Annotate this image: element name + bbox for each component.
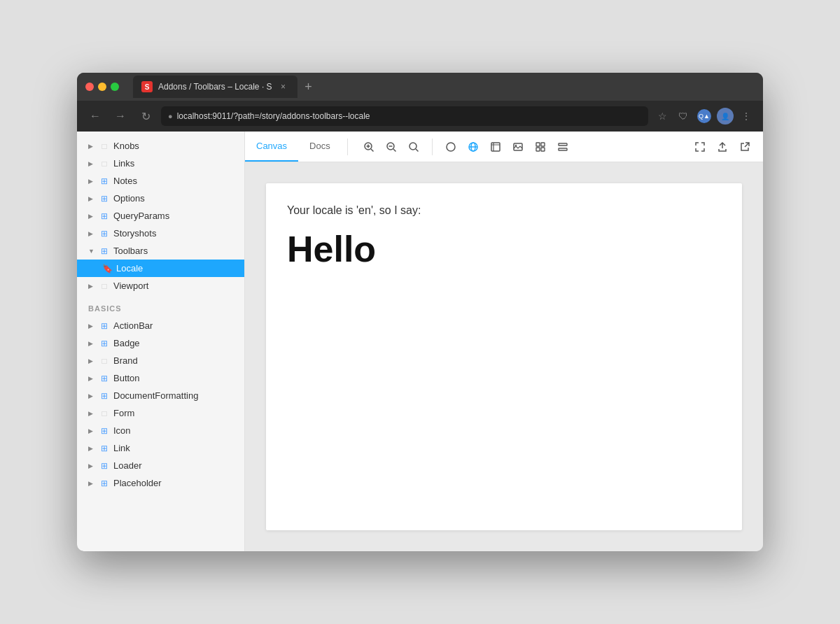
sidebar-item-brand[interactable]: ▶ □ Brand [77, 352, 244, 369]
sidebar-item-placeholder[interactable]: ▶ ⊞ Placeholder [77, 474, 244, 492]
toolbar-divider [347, 139, 348, 155]
frame-button[interactable] [486, 137, 505, 157]
browser-tab[interactable]: S Addons / Toolbars – Locale · S × [133, 76, 298, 98]
sidebar-item-documentformatting[interactable]: ▶ ⊞ DocumentFormatting [77, 387, 244, 404]
sidebar-label-icon: Icon [113, 425, 131, 436]
sidebar-item-badge[interactable]: ▶ ⊞ Badge [77, 334, 244, 352]
svg-rect-13 [491, 143, 500, 151]
tab-close-button[interactable]: × [278, 81, 289, 92]
chevron-right-icon: ▶ [88, 195, 95, 202]
security-icon: ● [168, 112, 173, 120]
svg-point-17 [515, 144, 517, 146]
toolbar-icons [354, 137, 682, 157]
sidebar-label-button: Button [113, 373, 140, 383]
chevron-right-icon: ▶ [88, 213, 95, 220]
reset-zoom-button[interactable] [404, 137, 424, 157]
title-bar: S Addons / Toolbars – Locale · S × + [77, 73, 763, 101]
story-subtitle: Your locale is 'en', so I say: [287, 204, 721, 217]
sidebar-item-storyshots[interactable]: ▶ ⊞ Storyshots [77, 225, 244, 242]
sidebar-item-loader[interactable]: ▶ ⊞ Loader [77, 457, 244, 474]
sidebar-label-actionbar: ActionBar [113, 320, 153, 331]
sidebar-label-loader: Loader [113, 460, 141, 471]
sidebar-item-knobs[interactable]: ▶ □ Knobs [77, 137, 244, 155]
tab-bar: S Addons / Toolbars – Locale · S × + [133, 76, 755, 98]
sidebar-label-documentformatting: DocumentFormatting [113, 390, 198, 401]
sidebar-item-links[interactable]: ▶ □ Links [77, 155, 244, 172]
folder-icon: □ [99, 409, 109, 418]
sidebar-label-toolbars: Toolbars [113, 246, 148, 256]
sidebar-item-options[interactable]: ▶ ⊞ Options [77, 190, 244, 207]
chevron-right-icon: ▶ [88, 178, 95, 185]
tab-docs[interactable]: Docs [298, 132, 342, 162]
close-traffic-light[interactable] [85, 83, 94, 91]
sidebar-item-notes[interactable]: ▶ ⊞ Notes [77, 172, 244, 190]
maximize-traffic-light[interactable] [111, 83, 119, 91]
chevron-right-icon: ▶ [88, 427, 95, 434]
external-link-button[interactable] [735, 137, 755, 157]
chevron-right-icon: ▶ [88, 445, 95, 452]
chevron-right-icon: ▶ [88, 230, 95, 237]
tab-favicon: S [141, 81, 153, 92]
traffic-lights [85, 83, 119, 91]
chevron-right-icon: ▶ [88, 322, 95, 329]
grid-icon: ⊞ [99, 374, 109, 383]
svg-rect-22 [559, 143, 567, 146]
new-tab-button[interactable]: + [300, 78, 317, 95]
bookmark-icon: 🔖 [102, 264, 112, 274]
sidebar-item-toolbars[interactable]: ▼ ⊞ Toolbars [77, 242, 244, 260]
svg-line-8 [416, 149, 419, 152]
sidebar-item-actionbar[interactable]: ▶ ⊞ ActionBar [77, 317, 244, 334]
back-button[interactable]: ← [85, 106, 105, 126]
grid-icon: ⊞ [99, 339, 109, 348]
chevron-right-icon: ▶ [88, 357, 95, 364]
chevron-right-icon: ▶ [88, 340, 95, 347]
grid-icon: ⊞ [99, 478, 109, 488]
menu-button[interactable]: ⋮ [738, 108, 755, 125]
sidebar-label-form: Form [113, 408, 134, 418]
sidebar-item-locale[interactable]: 🔖 Locale [77, 260, 244, 277]
svg-rect-19 [541, 143, 545, 146]
sidebar-item-form[interactable]: ▶ □ Form [77, 404, 244, 422]
folder-icon: □ [99, 141, 109, 151]
reload-button[interactable]: ↻ [136, 106, 155, 126]
sidebar-label-storyshots: Storyshots [113, 228, 156, 239]
chevron-right-icon: ▶ [88, 410, 95, 417]
fullscreen-button[interactable] [690, 137, 710, 157]
sidebar-item-button[interactable]: ▶ ⊞ Button [77, 369, 244, 387]
canvas-frame: Your locale is 'en', so I say: Hello [245, 162, 763, 551]
folder-icon: □ [99, 281, 109, 291]
grid-icon: ⊞ [99, 391, 109, 401]
chevron-right-icon: ▶ [88, 480, 95, 487]
circle-tool-button[interactable] [441, 137, 461, 157]
grid-icon: ⊞ [99, 229, 109, 239]
shield-icon: 🛡 [675, 108, 692, 125]
canvas-area: Canvas Docs [245, 132, 763, 551]
grid-view-button[interactable] [531, 137, 550, 157]
sidebar-label-viewport: Viewport [113, 281, 148, 291]
image-button[interactable] [508, 137, 528, 157]
grid-icon: ⊞ [99, 426, 109, 436]
profile-button[interactable]: Q▲ [696, 108, 713, 125]
toolbar-divider [432, 139, 433, 155]
share-button[interactable] [713, 137, 732, 157]
svg-point-7 [410, 143, 416, 150]
folder-icon: □ [99, 159, 109, 169]
tab-canvas[interactable]: Canvas [245, 132, 298, 162]
zoom-in-button[interactable] [359, 137, 379, 157]
forward-button[interactable]: → [111, 106, 130, 126]
zoom-out-button[interactable] [382, 137, 401, 157]
sidebar-item-viewport[interactable]: ▶ □ Viewport [77, 277, 244, 295]
avatar-button[interactable]: 👤 [717, 108, 734, 125]
minimize-traffic-light[interactable] [98, 83, 106, 91]
svg-rect-20 [536, 148, 540, 151]
sidebar-item-link[interactable]: ▶ ⊞ Link [77, 439, 244, 457]
list-view-button[interactable] [553, 137, 573, 157]
chevron-right-icon: ▶ [88, 392, 95, 399]
sidebar-item-icon[interactable]: ▶ ⊞ Icon [77, 422, 244, 439]
grid-icon: ⊞ [99, 461, 109, 471]
url-bar[interactable]: ● localhost:9011/?path=/story/addons-too… [161, 106, 648, 126]
sidebar-label-queryparams: QueryParams [113, 211, 169, 221]
bookmark-button[interactable]: ☆ [654, 108, 671, 125]
globe-button[interactable] [463, 137, 483, 157]
sidebar-item-queryparams[interactable]: ▶ ⊞ QueryParams [77, 207, 244, 225]
